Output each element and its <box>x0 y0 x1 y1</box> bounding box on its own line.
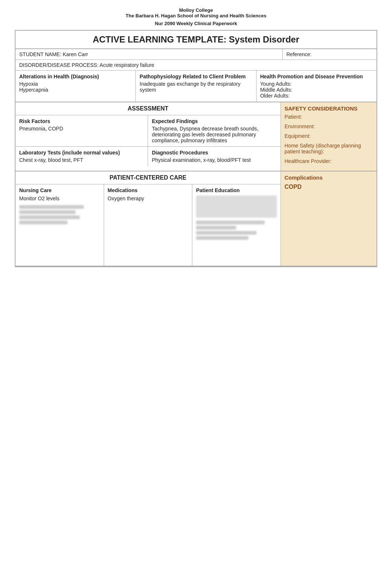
medications-col: Medications Oxygen therapy <box>104 184 193 266</box>
risk-factors-col: Risk Factors Pneumonia, COPD <box>16 115 148 146</box>
disorder-row: DISORDER/DISEASE PROCESS: Acute respirat… <box>16 60 376 71</box>
diagnostic-col: Diagnostic Procedures Physical examinati… <box>148 147 280 166</box>
safety-patient: Patient: <box>285 114 373 120</box>
expected-findings-content: Tachypnea, Dyspnea decrease breath sound… <box>152 126 276 143</box>
safety-healthcare: Healthcare Provider: <box>285 158 373 164</box>
complications-header: Complications <box>285 174 373 181</box>
assessment-body: Risk Factors Pneumonia, COPD Expected Fi… <box>16 115 281 146</box>
lab-tests-col: Laboratory Tests (include normal values)… <box>16 147 148 166</box>
health-promotion-content: Young Adults: Middle Adults: Older Adult… <box>260 81 373 99</box>
medications-header: Medications <box>108 187 189 193</box>
pcc-row: PATIENT-CENTERED CARE Nursing Care Monit… <box>16 171 376 266</box>
expected-findings-header: Expected Findings <box>152 118 276 124</box>
complications-section: Complications COPD <box>281 171 376 266</box>
expected-findings-col: Expected Findings Tachypnea, Dyspnea dec… <box>148 115 280 146</box>
student-name-section: STUDENT NAME: Karen Carr <box>16 49 283 59</box>
title-bar: ACTIVE LEARNING TEMPLATE: System Disorde… <box>16 31 376 49</box>
college-name: Molloy College <box>15 7 377 13</box>
reference-section: Reference: <box>283 49 376 59</box>
health-promotion-header: Health Promotion and Disease Prevention <box>260 74 373 79</box>
alterations-col: Alterations in Health (Diagnosis) Hypoxi… <box>16 71 136 102</box>
patient-education-col: Patient Education <box>192 184 281 266</box>
school-name: The Barbara H. Hagan School of Nursing a… <box>15 13 377 18</box>
pathophysiology-col: Pathophysiology Related to Client Proble… <box>136 71 256 102</box>
assessment-safety-row: ASSESSMENT Risk Factors Pneumonia, COPD … <box>16 102 376 171</box>
alterations-header: Alterations in Health (Diagnosis) <box>19 74 132 79</box>
diagnostic-header: Diagnostic Procedures <box>152 150 276 156</box>
lab-diag-row: Laboratory Tests (include normal values)… <box>16 146 281 166</box>
safety-section: SAFETY CONSIDERATIONS Patient: Environme… <box>281 102 376 171</box>
risk-factors-content: Pneumonia, COPD <box>19 126 144 132</box>
student-info-row: STUDENT NAME: Karen Carr Reference: <box>16 49 376 60</box>
patient-education-blurred-text <box>196 221 277 240</box>
top-grid: Alterations in Health (Diagnosis) Hypoxi… <box>16 71 376 102</box>
patient-education-blurred-img <box>196 195 277 218</box>
pcc-main: PATIENT-CENTERED CARE Nursing Care Monit… <box>16 171 281 266</box>
disorder-label: DISORDER/DISEASE PROCESS: <box>19 62 99 68</box>
nursing-care-header: Nursing Care <box>19 187 100 193</box>
health-promotion-col: Health Promotion and Disease Prevention … <box>257 71 376 102</box>
patient-education-content <box>196 195 277 240</box>
assessment-section: ASSESSMENT Risk Factors Pneumonia, COPD … <box>16 102 281 171</box>
nursing-care-content: Monitor O2 levels <box>19 195 100 201</box>
student-name-value: Karen Carr <box>63 51 88 57</box>
lab-tests-header: Laboratory Tests (include normal values) <box>19 150 144 156</box>
safety-header: SAFETY CONSIDERATIONS <box>285 105 373 112</box>
safety-equipment: Equipment: <box>285 133 373 139</box>
pathophysiology-content: Inadequate gas exchange by the respirato… <box>140 81 252 93</box>
nursing-care-blurred <box>19 205 100 224</box>
pcc-header: PATIENT-CENTERED CARE <box>16 171 281 184</box>
course-name: Nur 2090 Weekly Clinical Paperwork <box>15 21 377 26</box>
page-header: Molloy College The Barbara H. Hagan Scho… <box>15 7 377 26</box>
template-title: ACTIVE LEARNING TEMPLATE: System Disorde… <box>93 34 299 44</box>
nursing-care-col: Nursing Care Monitor O2 levels <box>16 184 104 266</box>
main-container: ACTIVE LEARNING TEMPLATE: System Disorde… <box>15 30 377 267</box>
lab-tests-content: Chest x-ray, blood test, PFT <box>19 157 144 163</box>
disorder-value: Acute respiratory failure <box>100 62 154 68</box>
medications-content: Oxygen therapy <box>108 195 189 201</box>
pcc-body: Nursing Care Monitor O2 levels Medicatio… <box>16 184 281 266</box>
assessment-header: ASSESSMENT <box>16 102 281 115</box>
safety-environment: Environment: <box>285 123 373 129</box>
alterations-content: Hypoxia Hypercapnia <box>19 81 132 93</box>
diagnostic-content: Physical examination, x-ray, blood/PFT t… <box>152 157 276 163</box>
safety-home: Home Safety (discharge planning patient … <box>285 143 373 154</box>
reference-label: Reference: <box>286 51 312 57</box>
complications-value: COPD <box>285 184 373 190</box>
pathophysiology-header: Pathophysiology Related to Client Proble… <box>140 74 252 79</box>
risk-factors-header: Risk Factors <box>19 118 144 124</box>
patient-education-header: Patient Education <box>196 187 277 193</box>
student-name-label: STUDENT NAME: <box>19 51 61 57</box>
